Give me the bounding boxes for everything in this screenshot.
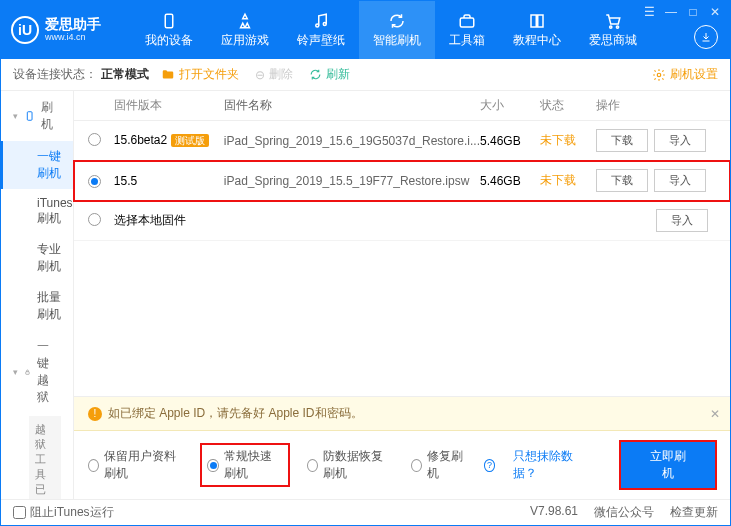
nav-toolbox[interactable]: 工具箱 [435, 1, 499, 59]
brand-name: 爱思助手 [45, 17, 101, 32]
app-icon [236, 12, 254, 30]
flash-options: 保留用户资料刷机 常规快速刷机 防数据恢复刷机 修复刷机 ? 只想抹除数据？ 立… [74, 431, 730, 499]
mode-repair[interactable]: 修复刷机 [411, 448, 466, 482]
refresh-icon [309, 68, 322, 81]
refresh-icon [388, 12, 406, 30]
delete-button[interactable]: ⊖删除 [255, 66, 293, 83]
connection-status: 设备连接状态：正常模式 [1, 59, 149, 90]
import-button[interactable]: 导入 [654, 129, 706, 152]
local-firmware-row[interactable]: 选择本地固件 导入 [74, 201, 730, 241]
beta-tag: 测试版 [171, 134, 209, 147]
bottom-panel: ! 如已绑定 Apple ID，请先备好 Apple ID和密码。 ✕ 保留用户… [74, 396, 730, 499]
import-button[interactable]: 导入 [656, 209, 708, 232]
sidebar-oneclick-flash[interactable]: 一键刷机 [1, 141, 73, 189]
lock-icon [24, 365, 31, 379]
nav-my-device[interactable]: 我的设备 [131, 1, 207, 59]
svg-rect-3 [460, 18, 474, 27]
flash-settings-button[interactable]: 刷机设置 [652, 66, 718, 83]
warning-icon: ! [88, 407, 102, 421]
folder-icon [161, 68, 175, 82]
svg-rect-7 [27, 112, 32, 121]
phone-icon [24, 109, 35, 123]
phone-icon [160, 12, 178, 30]
app-header: iU 爱思助手 www.i4.cn 我的设备 应用游戏 铃声壁纸 智能刷机 工具… [1, 1, 730, 59]
row-radio[interactable] [88, 213, 101, 226]
info-icon[interactable]: ? [484, 459, 495, 472]
jailbreak-note: 越狱工具已转移至工具箱 [29, 416, 61, 499]
nav-tutorials[interactable]: 教程中心 [499, 1, 575, 59]
sidebar-pro-flash[interactable]: 专业刷机 [1, 234, 73, 282]
status-bar: 阻止iTunes运行 V7.98.61 微信公众号 检查更新 [1, 499, 730, 525]
close-button[interactable]: ✕ [708, 5, 722, 19]
menu-button[interactable]: ☰ [642, 5, 656, 19]
nav-apps[interactable]: 应用游戏 [207, 1, 283, 59]
block-itunes-checkbox[interactable]: 阻止iTunes运行 [13, 504, 114, 521]
version-label: V7.98.61 [530, 504, 578, 521]
open-folder-button[interactable]: 打开文件夹 [161, 66, 239, 83]
chevron-down-icon: ▾ [13, 111, 18, 121]
svg-point-4 [610, 25, 612, 27]
table-header: 固件版本 固件名称 大小 状态 操作 [74, 91, 730, 121]
import-button[interactable]: 导入 [654, 169, 706, 192]
row-radio[interactable] [88, 133, 101, 146]
nav-flash[interactable]: 智能刷机 [359, 1, 435, 59]
window-controls: ☰ — □ ✕ [642, 5, 722, 19]
music-icon [312, 12, 330, 30]
brand-url: www.i4.cn [45, 33, 101, 43]
gear-icon [652, 68, 666, 82]
sidebar-batch-flash[interactable]: 批量刷机 [1, 282, 73, 330]
logo: iU 爱思助手 www.i4.cn [11, 16, 101, 44]
nav-store[interactable]: 爱思商城 [575, 1, 651, 59]
appleid-alert: ! 如已绑定 Apple ID，请先备好 Apple ID和密码。 ✕ [74, 397, 730, 431]
svg-rect-8 [26, 372, 29, 375]
mode-quick[interactable]: 常规快速刷机 [201, 444, 289, 486]
refresh-button[interactable]: 刷新 [309, 66, 350, 83]
cart-icon [604, 12, 622, 30]
toolbox-icon [458, 12, 476, 30]
book-icon [528, 12, 546, 30]
sub-header: 设备连接状态：正常模式 打开文件夹 ⊖删除 刷新 刷机设置 [1, 59, 730, 91]
top-nav: 我的设备 应用游戏 铃声壁纸 智能刷机 工具箱 教程中心 爱思商城 [131, 1, 651, 59]
wechat-link[interactable]: 微信公众号 [594, 504, 654, 521]
mode-anti-recovery[interactable]: 防数据恢复刷机 [307, 448, 393, 482]
group-jailbreak[interactable]: ▾一键越狱 [1, 330, 73, 414]
logo-icon: iU [11, 16, 39, 44]
svg-point-1 [316, 24, 319, 27]
maximize-button[interactable]: □ [686, 5, 700, 19]
main-content: 固件版本 固件名称 大小 状态 操作 15.6beta2测试版 iPad_Spr… [74, 91, 730, 499]
chevron-down-icon: ▾ [13, 367, 18, 377]
mode-keep-data[interactable]: 保留用户资料刷机 [88, 448, 184, 482]
nav-ringtones[interactable]: 铃声壁纸 [283, 1, 359, 59]
row-radio[interactable] [88, 175, 101, 188]
delete-icon: ⊖ [255, 68, 265, 82]
close-icon[interactable]: ✕ [710, 407, 720, 421]
table-row[interactable]: 15.6beta2测试版 iPad_Spring_2019_15.6_19G50… [74, 121, 730, 161]
erase-link[interactable]: 只想抹除数据？ [513, 448, 584, 482]
svg-point-6 [657, 73, 661, 77]
svg-point-2 [323, 22, 326, 25]
download-indicator-icon[interactable] [694, 25, 718, 49]
flash-now-button[interactable]: 立即刷机 [620, 441, 716, 489]
svg-point-5 [616, 25, 618, 27]
minimize-button[interactable]: — [664, 5, 678, 19]
check-update-link[interactable]: 检查更新 [670, 504, 718, 521]
download-button[interactable]: 下载 [596, 169, 648, 192]
download-button[interactable]: 下载 [596, 129, 648, 152]
sidebar-itunes-flash[interactable]: iTunes刷机 [1, 189, 73, 234]
table-row[interactable]: 15.5 iPad_Spring_2019_15.5_19F77_Restore… [74, 161, 730, 201]
sidebar: ▾刷机 一键刷机 iTunes刷机 专业刷机 批量刷机 ▾一键越狱 越狱工具已转… [1, 91, 74, 499]
svg-rect-0 [165, 14, 173, 28]
group-flash[interactable]: ▾刷机 [1, 91, 73, 141]
